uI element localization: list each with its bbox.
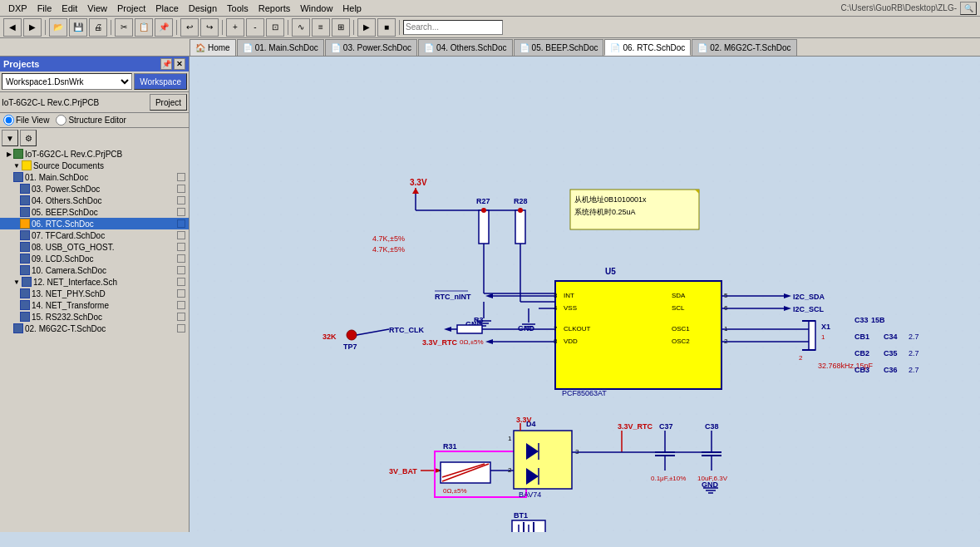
tree-m6g2c-sch[interactable]: 02. M6G2C-T.SchDoc [0,323,189,334]
structure-editor-radio[interactable] [56,115,66,126]
menu-edit[interactable]: Edit [57,2,82,15]
tree-item-root[interactable]: ▶ IoT-6G2C-L Rev.C.PrjPCB [0,148,189,160]
svg-text:4.7K,±5%: 4.7K,±5% [372,245,405,254]
svg-text:从机地址0B1010001x: 从机地址0B1010001x [574,195,647,204]
menu-place[interactable]: Place [150,2,184,15]
menu-tools[interactable]: Tools [222,2,254,15]
tab-beep[interactable]: 📄 05. BEEP.SchDoc [514,39,604,56]
toolbar-bus[interactable]: ≡ [312,18,330,37]
svg-text:OSC2: OSC2 [672,338,690,345]
toolbar-stop[interactable]: ■ [377,18,396,37]
svg-text:CB3: CB3 [854,366,869,374]
panel-toolbar-btn-2[interactable]: ⚙ [20,130,37,146]
workspace-dropdown[interactable]: Workspace1.DsnWrk [2,73,132,90]
svg-text:2: 2 [508,466,512,474]
tree-phy-sch[interactable]: 13. NET_PHY.SchD [0,288,189,299]
toolbar-btn-1[interactable]: ◀ [3,18,22,37]
svg-text:1: 1 [508,435,512,442]
svg-text:C33: C33 [854,316,869,324]
tree-rs232-sch[interactable]: 15. RS232.SchDoc [0,311,189,323]
tree-others-sch[interactable]: 04. Others.SchDoc [0,195,189,206]
tab-rtc[interactable]: 📄 06. RTC.SchDoc [604,39,691,56]
tree-usb-sch[interactable]: 08. USB_OTG_HOST. [0,241,189,253]
tree-net-sch[interactable]: ▼ 12. NET_Interface.Sch [0,276,189,288]
sch-badge-10 [177,278,185,286]
tab-m6g2c[interactable]: 📄 02. M6G2C-T.SchDoc [692,39,796,56]
tree-power-label: 03. Power.SchDoc [32,185,100,194]
panel-close-btn[interactable]: ✕ [174,58,185,70]
menu-project[interactable]: Project [112,2,150,15]
toolbar-zoom-out[interactable]: - [246,18,264,37]
tree-main-sch[interactable]: 01. Main.SchDoc [0,171,189,183]
menu-reports[interactable]: Reports [254,2,296,15]
toolbar-redo[interactable]: ↪ [200,18,219,37]
toolbar-cut[interactable]: ✂ [115,18,133,37]
svg-text:I2C_SDA: I2C_SDA [793,293,825,301]
tree-trans-sch[interactable]: 14. NET_Transforme [0,299,189,311]
tree-camera-label: 10. Camera.SchDoc [32,266,106,275]
tree-rtc-sch[interactable]: 06. RTC.SchDoc [0,218,189,229]
menu-window[interactable]: Window [295,2,337,15]
tree-lcd-sch[interactable]: 09. LCD.SchDoc [0,253,189,264]
schematic-area[interactable]: 3.3V R27 4.7K,±5% 4.7K,±5% R28 [190,57,980,532]
toolbar-wire[interactable]: ∿ [292,18,310,37]
toolbar-paste[interactable]: 📌 [155,18,173,37]
beep-sch-icon [20,207,30,217]
file-view-label: File View [16,116,49,125]
tab-bar: 🏠 Home 📄 01. Main.SchDoc 📄 03. Power.Sch… [0,38,980,57]
tab-main[interactable]: 📄 01. Main.SchDoc [237,39,324,56]
menu-dxp[interactable]: DXP [3,2,32,15]
sch-badge [177,173,185,181]
toolbar-undo[interactable]: ↩ [180,18,199,37]
toolbar-zoom-fit[interactable]: ⊡ [266,18,284,37]
toolbar-zoom-in[interactable]: + [226,18,244,37]
svg-text:R3: R3 [474,316,484,324]
project-button[interactable]: Project [150,94,187,111]
toolbar-run[interactable]: ▶ [357,18,376,37]
tree-source-docs[interactable]: ▼ Source Documents [0,160,189,171]
menu-file[interactable]: File [32,2,57,15]
tree-beep-sch[interactable]: 05. BEEP.SchDoc [0,206,189,218]
toolbar-btn-2[interactable]: ▶ [23,18,42,37]
svg-rect-65 [457,325,482,333]
menu-view[interactable]: View [82,2,112,15]
panel-pin-btn[interactable]: 📌 [160,58,172,70]
tree-others-label: 04. Others.SchDoc [32,196,101,205]
toolbar-open[interactable]: 📂 [49,18,67,37]
panel-header: Projects 📌 ✕ [0,57,189,71]
panel-toolbar-btn-1[interactable]: ▼ [2,130,18,146]
toolbar-comp[interactable]: ⊞ [332,18,350,37]
svg-text:VDD: VDD [564,338,578,345]
menu-design[interactable]: Design [184,2,222,15]
svg-text:3.3V_RTC: 3.3V_RTC [618,422,653,431]
toolbar-print[interactable]: 🖨 [89,18,107,37]
workspace-button[interactable]: Workspace [134,73,187,90]
search-input[interactable] [403,20,503,35]
menu-help[interactable]: Help [337,2,367,15]
tree-tfcard-sch[interactable]: 07. TFCard.SchDoc [0,229,189,241]
separator-6 [353,20,354,35]
svg-text:R27: R27 [476,197,490,205]
svg-text:0Ω,±5%: 0Ω,±5% [443,487,467,495]
svg-text:GND: GND [518,324,535,333]
toolbar-copy[interactable]: 📋 [135,18,153,37]
tab-power[interactable]: 📄 03. Power.SchDoc [325,39,417,56]
toolbar-save[interactable]: 💾 [69,18,87,37]
svg-text:32K: 32K [323,333,337,341]
search-icon[interactable]: 🔍 [960,2,977,15]
tree-camera-sch[interactable]: 10. Camera.SchDoc [0,264,189,276]
sch-badge-9 [177,266,185,274]
svg-text:1: 1 [821,333,825,341]
project-tree: ▶ IoT-6G2C-L Rev.C.PrjPCB ▼ Source Docum… [0,148,189,532]
svg-text:0Ω,±5%: 0Ω,±5% [460,338,484,346]
tree-power-sch[interactable]: 03. Power.SchDoc [0,183,189,195]
svg-text:X1: X1 [821,323,830,331]
file-view-radio[interactable] [3,115,14,126]
svg-text:VSS: VSS [564,304,577,312]
tab-others[interactable]: 📄 04. Others.SchDoc [418,39,512,56]
svg-text:R31: R31 [443,442,457,451]
svg-text:RTC_CLK: RTC_CLK [389,326,424,334]
rs232-sch-icon [20,312,30,322]
tab-home[interactable]: 🏠 Home [190,39,236,56]
sch-badge-3 [177,196,185,205]
